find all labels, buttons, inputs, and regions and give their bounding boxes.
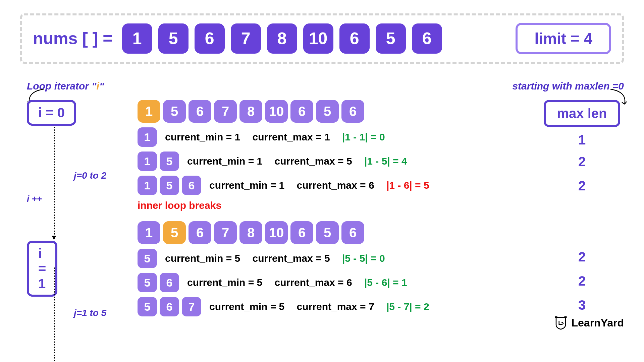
array-cell: 8 — [239, 221, 262, 244]
maxlen-value: 2 — [540, 269, 624, 293]
array-cell: 8 — [267, 23, 297, 54]
array-cell: 10 — [265, 221, 288, 244]
array-cell-highlighted: 5 — [163, 221, 186, 244]
current-min: current_min = 1 — [209, 180, 284, 191]
learnyard-logo: LearnYard — [554, 316, 624, 330]
array-cell: 7 — [214, 221, 237, 244]
current-max: current_max = 5 — [275, 156, 352, 167]
diff-value: |1 - 1| = 0 — [342, 131, 385, 142]
array-cell: 5 — [158, 23, 189, 54]
current-max: current_max = 1 — [253, 131, 330, 142]
prefix-cell: 6 — [160, 297, 179, 316]
array-cell: 6 — [341, 221, 364, 244]
array-cell: 6 — [412, 23, 442, 54]
array-cell: 10 — [265, 100, 288, 123]
array-cell: 7 — [214, 100, 237, 123]
iteration-array: 1 5 6 7 8 10 6 5 6 — [138, 100, 530, 123]
limit-box: limit = 4 — [516, 23, 611, 54]
step-row: 1 5 current_min = 1 current_max = 5 |1 -… — [138, 152, 530, 171]
prefix-cell: 1 — [138, 127, 157, 147]
loop-breaks: inner loop breaks — [138, 200, 530, 211]
prefix-cell: 5 — [160, 176, 179, 195]
diff-value: |5 - 6| = 1 — [364, 277, 407, 288]
prefix-cell: 5 — [138, 249, 157, 268]
current-max: current_max = 5 — [253, 253, 330, 264]
array-cell-highlighted: 1 — [138, 100, 160, 123]
diff-value: |1 - 6| = 5 — [386, 180, 429, 191]
shield-icon — [554, 316, 568, 330]
array-cell: 10 — [303, 23, 333, 54]
array-cell: 6 — [195, 23, 225, 54]
prefix-cell: 5 — [138, 297, 157, 316]
step-row: 5 6 current_min = 5 current_max = 6 |5 -… — [138, 273, 530, 292]
maxlen-value: 2 — [540, 245, 624, 269]
array-cell: 6 — [339, 23, 370, 54]
i-value-box: i = 0 — [27, 100, 76, 126]
flow-line — [54, 267, 55, 361]
diff-value: |1 - 5| = 4 — [364, 156, 407, 167]
current-min: current_min = 5 — [209, 301, 284, 312]
prefix-cell: 1 — [138, 152, 157, 171]
array-cell: 6 — [290, 100, 313, 123]
prefix-cell: 6 — [160, 273, 179, 292]
step-row: 5 6 7 current_min = 5 current_max = 7 |5… — [138, 297, 530, 316]
array-cell: 6 — [290, 221, 313, 244]
diff-value: |5 - 5| = 0 — [342, 253, 385, 264]
array-cell: 6 — [189, 221, 211, 244]
current-min: current_min = 5 — [187, 277, 262, 288]
prefix-cell: 7 — [182, 297, 201, 316]
nums-label: nums [ ] = — [33, 29, 113, 48]
array-cell: 6 — [341, 100, 364, 123]
svg-rect-0 — [555, 316, 557, 318]
current-min: current_min = 5 — [165, 253, 240, 264]
current-max: current_max = 7 — [297, 301, 374, 312]
array-cell: 1 — [122, 23, 152, 54]
j-range-label: j=0 to 2 — [74, 170, 106, 181]
prefix-cell: 5 — [138, 273, 157, 292]
svg-rect-1 — [565, 316, 567, 318]
step-row: 1 current_min = 1 current_max = 1 |1 - 1… — [138, 127, 530, 147]
maxlen-value: 2 — [540, 149, 624, 174]
flow-line — [54, 127, 55, 237]
iteration-array: 1 5 6 7 8 10 6 5 6 — [138, 221, 530, 244]
current-min: current_min = 1 — [165, 131, 240, 142]
step-row: 1 5 6 current_min = 1 current_max = 6 |1… — [138, 176, 530, 195]
current-max: current_max = 6 — [275, 277, 352, 288]
array-cell: 1 — [138, 221, 160, 244]
diff-value: |5 - 7| = 2 — [386, 301, 429, 312]
array-cell: 5 — [163, 100, 186, 123]
array-cell: 8 — [239, 100, 262, 123]
input-panel: nums [ ] = 1 5 6 7 8 10 6 5 6 limit = 4 — [20, 13, 624, 64]
array-cell: 6 — [189, 100, 211, 123]
array-cell: 7 — [231, 23, 261, 54]
i-increment-label: i ++ — [27, 194, 42, 204]
prefix-cell: 5 — [160, 152, 179, 171]
array-cell: 5 — [316, 221, 339, 244]
j-range-label: j=1 to 5 — [74, 308, 106, 318]
prefix-cell: 1 — [138, 176, 157, 195]
maxlen-value: 3 — [540, 293, 624, 317]
i-value-box: i = 1 — [27, 241, 57, 297]
current-min: current_min = 1 — [187, 156, 262, 167]
prefix-cell: 6 — [182, 176, 201, 195]
current-max: current_max = 6 — [297, 180, 374, 191]
logo-text: LearnYard — [571, 317, 624, 329]
array-cell: 5 — [376, 23, 406, 54]
maxlen-value: 2 — [540, 174, 624, 198]
arrow-icon — [604, 89, 631, 109]
step-row: 5 current_min = 5 current_max = 5 |5 - 5… — [138, 249, 530, 268]
array-cell: 5 — [316, 100, 339, 123]
maxlen-value: 1 — [540, 130, 624, 149]
